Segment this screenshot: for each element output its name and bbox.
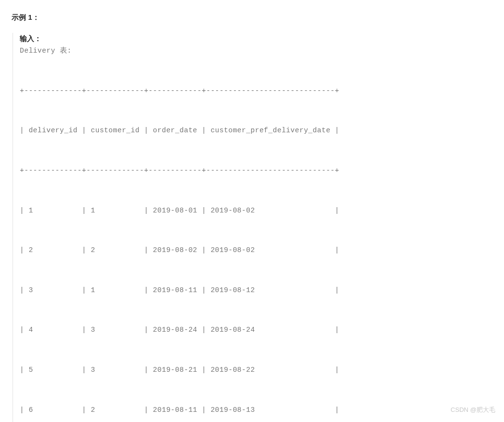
example-block: 输入： Delivery 表: +-------------+---------… [13, 33, 492, 422]
table-row: | 5 | 3 | 2019-08-21 | 2019-08-22 | [20, 364, 492, 377]
table-border: +-------------+-------------+-----------… [20, 84, 492, 98]
table-header: | delivery_id | customer_id | order_date… [20, 124, 492, 138]
input-label: 输入： [20, 33, 492, 44]
table-row: | 1 | 1 | 2019-08-01 | 2019-08-02 | [20, 204, 492, 218]
delivery-table-caption: Delivery 表: [20, 44, 492, 58]
table-row: | 2 | 2 | 2019-08-02 | 2019-08-02 | [20, 244, 492, 257]
table-row: | 4 | 3 | 2019-08-24 | 2019-08-24 | [20, 324, 492, 337]
table-border: +-------------+-------------+-----------… [20, 164, 492, 178]
table-row: | 6 | 2 | 2019-08-11 | 2019-08-13 | [20, 404, 492, 417]
example-title: 示例 1： [12, 12, 492, 23]
table-row: | 3 | 1 | 2019-08-11 | 2019-08-12 | [20, 284, 492, 297]
delivery-table: +-------------+-------------+-----------… [20, 58, 492, 422]
watermark: CSDN @肥大毛 [450, 405, 495, 415]
